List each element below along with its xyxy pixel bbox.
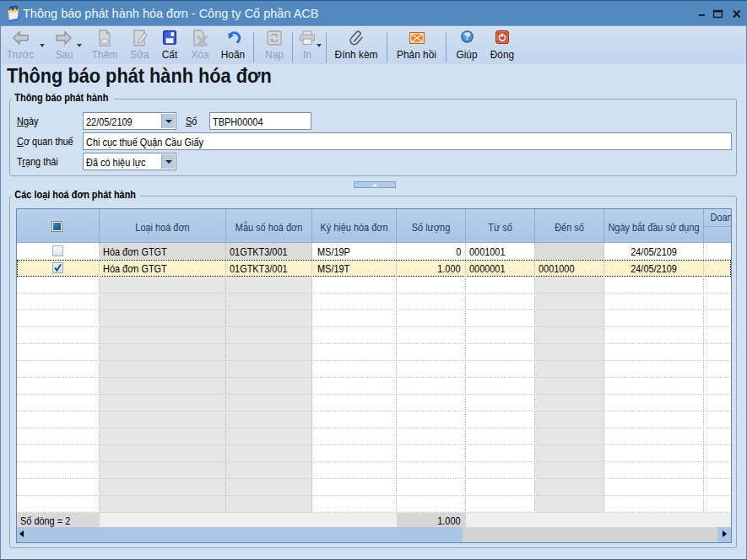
- svg-text:?: ?: [464, 31, 469, 41]
